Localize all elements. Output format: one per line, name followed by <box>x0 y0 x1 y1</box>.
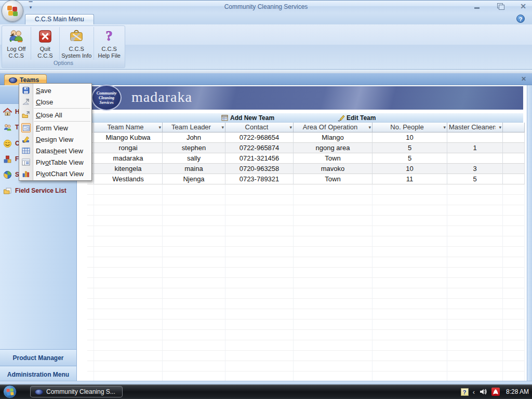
menu-item-pivotchart-view[interactable]: PivotChart View <box>19 168 91 179</box>
volume-icon[interactable] <box>479 388 487 396</box>
chevron-down-icon[interactable]: ▾ <box>443 123 446 132</box>
ribbon-button-log-off-c-c-s[interactable]: Log OffC.C.S <box>2 27 31 60</box>
sidebar-item-t[interactable]: T <box>3 122 19 132</box>
cell[interactable]: mavoko <box>294 164 373 174</box>
cell[interactable]: 1 <box>447 143 503 153</box>
people-icon <box>3 123 12 132</box>
sidebar-item-field-service-list[interactable]: Field Service List <box>3 185 66 196</box>
menu-item-datasheet-view[interactable]: Datasheet View <box>19 145 91 156</box>
chevron-down-icon[interactable]: ▾ <box>158 123 161 132</box>
chevron-down-icon[interactable]: ▾ <box>499 123 501 132</box>
empty-row <box>87 257 525 268</box>
cell[interactable]: madaraka <box>94 153 163 164</box>
cell[interactable]: Town <box>294 153 373 164</box>
clock[interactable]: 8:28 AM <box>506 388 529 395</box>
menu-item-save[interactable]: Save <box>19 85 91 96</box>
cell[interactable] <box>447 153 503 164</box>
horizontal-scrollbar-track[interactable] <box>0 381 532 384</box>
cell[interactable]: 0721-321456 <box>225 153 294 164</box>
cell[interactable]: Town <box>294 174 373 184</box>
edit-team-button[interactable]: Edit Team <box>338 114 376 122</box>
chevron-down-icon[interactable]: ▾ <box>368 123 371 132</box>
vertical-scrollbar-track[interactable] <box>527 85 532 384</box>
add-new-team-button[interactable]: Add New Team <box>221 114 274 122</box>
empty-row <box>87 184 525 195</box>
ccs-oval-icon <box>35 389 43 395</box>
svg-text:?: ? <box>106 29 113 44</box>
cell[interactable]: ngong area <box>294 143 373 153</box>
ribbon-button-quit-c-c-s[interactable]: QuitC.C.S <box>31 27 60 60</box>
empty-row <box>87 195 525 205</box>
office-button[interactable] <box>2 0 23 22</box>
cell[interactable]: Westlands <box>94 174 163 184</box>
table-row: Mlango KubwaJohn0722-968654Mlango10 <box>87 132 525 143</box>
cell[interactable]: 10 <box>373 164 447 174</box>
table-row: madarakasally0721-321456Town5 <box>87 153 525 164</box>
menu-item-design-view[interactable]: Design View <box>19 134 91 145</box>
tab-ccs-main-menu[interactable]: C.C.S Main Menu <box>25 14 94 24</box>
close-button[interactable]: ✕ <box>518 3 528 10</box>
sidebar-item-administration-menu[interactable]: Administration Menu <box>0 366 76 382</box>
sidebar-item-c[interactable]: C <box>3 138 20 149</box>
chevron-down-icon[interactable]: ▾ <box>221 123 224 132</box>
cell[interactable]: sally <box>163 153 225 164</box>
column-header-label: No. People <box>374 123 440 132</box>
cell[interactable] <box>447 132 503 143</box>
cell[interactable]: John <box>163 132 225 143</box>
close-document-icon[interactable]: ✕ <box>520 75 528 84</box>
cell[interactable]: Njenga <box>163 174 225 184</box>
start-button[interactable] <box>3 385 17 398</box>
restore-button[interactable] <box>496 3 505 10</box>
help-icon[interactable]: ? <box>516 15 525 23</box>
cell[interactable]: 0722-965874 <box>225 143 294 153</box>
taskbar-task-button[interactable]: Community Cleaning S... <box>30 386 123 397</box>
menu-item-close-all[interactable]: Close All <box>19 109 91 121</box>
empty-row <box>87 226 525 236</box>
cell[interactable]: 5 <box>373 143 447 153</box>
cell[interactable]: kitengela <box>94 164 163 174</box>
cell[interactable]: Mlango <box>294 132 373 143</box>
column-header-master-cleaners[interactable]: Master Cleaners▾ <box>447 123 503 132</box>
menu-item-close[interactable]: Close <box>19 96 91 108</box>
column-header-team-leader[interactable]: Team Leader▾ <box>163 123 225 132</box>
cell[interactable]: 5 <box>373 153 447 164</box>
teams-datasheet: Team Name▾Team Leader▾Contact▾Area Of Op… <box>87 123 525 382</box>
column-header-contact[interactable]: Contact▾ <box>225 123 294 132</box>
cell[interactable]: 0722-968654 <box>225 132 294 143</box>
cell[interactable]: Mlango Kubwa <box>94 132 163 143</box>
cell[interactable]: 10 <box>373 132 447 143</box>
cell[interactable]: rongai <box>94 143 163 153</box>
menu-item-form-view[interactable]: Form View <box>19 122 91 134</box>
menu-item-pivottable-view[interactable]: PivotTable View <box>19 156 91 168</box>
menu-item-label: Design View <box>36 136 73 143</box>
column-header-area-of-operation[interactable]: Area Of Operation▾ <box>294 123 373 132</box>
sidebar-item-h[interactable]: H <box>3 107 20 117</box>
cell[interactable]: maina <box>163 164 225 174</box>
ribbon-button-c-c-s-system-info[interactable]: C.C.SSystem Info <box>60 27 94 60</box>
column-header-team-name[interactable]: Team Name▾ <box>94 123 163 132</box>
chevron-down-icon[interactable]: ▾ <box>289 123 292 132</box>
minimize-button[interactable] <box>473 3 482 10</box>
add-new-team-label: Add New Team <box>230 114 274 122</box>
ribbon-bottom-strip <box>0 70 532 73</box>
cell[interactable]: 3 <box>447 164 503 174</box>
sidebar-item-product-manager[interactable]: Product Manager <box>0 349 76 366</box>
cell[interactable]: 0720-963258 <box>225 164 294 174</box>
cubes-icon <box>3 155 12 164</box>
avira-icon[interactable] <box>491 388 500 396</box>
column-header-label: Team Name <box>96 123 155 132</box>
sidebar-item-s[interactable]: S <box>3 169 19 180</box>
column-header-no-people[interactable]: No. People▾ <box>373 123 447 132</box>
cell[interactable]: 0723-789321 <box>225 174 294 184</box>
tray-help-icon[interactable]: ? <box>461 388 469 396</box>
toolbox-icon <box>68 28 85 45</box>
collapse-chevron-icon[interactable]: ‹ <box>473 388 475 396</box>
ribbon-button-c-c-s-help-file[interactable]: ?C.C.SHelp File <box>94 27 125 60</box>
cell[interactable]: 5 <box>447 174 503 184</box>
datasheet-view-icon <box>21 146 31 155</box>
column-header-label: Master Cleaners <box>449 123 496 132</box>
empty-row <box>87 351 525 361</box>
cell[interactable]: 11 <box>373 174 447 184</box>
empty-row <box>87 288 525 299</box>
cell[interactable]: stephen <box>163 143 225 153</box>
